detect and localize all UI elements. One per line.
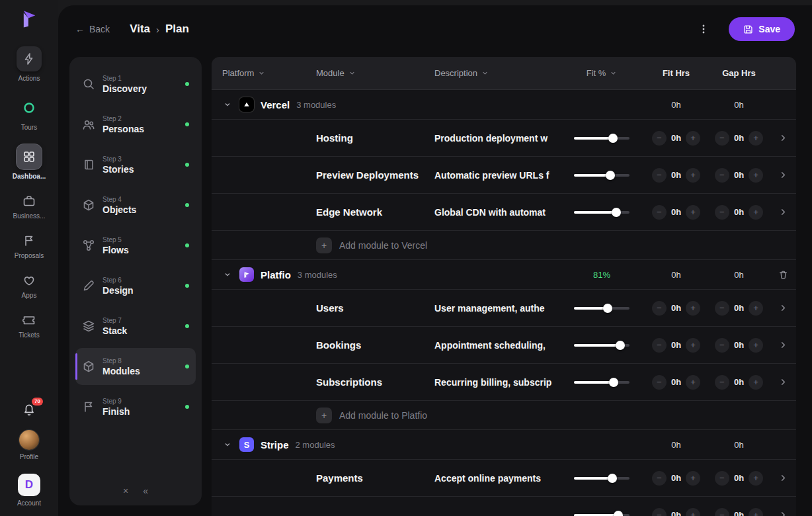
sidebar-item-tickets[interactable]: Tickets [17,312,42,339]
increment-button[interactable]: + [686,131,700,146]
decrement-button[interactable]: − [652,301,667,316]
platform-group-row-stripe[interactable]: S Stripe 2 modules 0h 0h [212,430,796,460]
step-item-personas[interactable]: Step 2Personas [75,106,196,143]
platform-group-row-platfio[interactable]: Platfio 3 modules 81% 0h 0h [212,260,796,290]
increment-button[interactable]: + [686,168,700,183]
breadcrumb-parent[interactable]: Vita [130,22,150,36]
step-item-flows[interactable]: Step 5Flows [75,227,196,264]
chevron-right-icon[interactable] [770,303,796,313]
decrement-button[interactable]: − [652,471,667,486]
increment-button[interactable]: + [686,205,700,220]
decrement-button[interactable]: − [715,168,729,183]
increment-button[interactable]: + [686,301,700,316]
save-button[interactable]: Save [729,17,795,41]
sidebar-item-tours[interactable]: Tours [17,95,42,131]
step-item-objects[interactable]: Step 4Objects [75,187,196,224]
module-row-subscriptions[interactable]: Subscriptions Recurring billing, subscri… [212,364,796,401]
module-row-payments[interactable]: Payments Accept online payments −0h+ −0h… [212,460,796,497]
collapse-panel-button[interactable]: « [143,486,148,496]
increment-button[interactable]: + [686,471,700,486]
decrement-button[interactable]: − [715,375,729,390]
collapse-group-icon[interactable] [222,269,233,280]
decrement-button[interactable]: − [652,508,667,516]
sidebar-item-apps[interactable]: Apps [17,273,42,299]
delete-platform-button[interactable] [770,270,796,280]
step-item-stack[interactable]: Step 7Stack [75,308,196,345]
more-options-button[interactable] [696,21,711,37]
column-fit-pct[interactable]: Fit % [559,68,645,78]
app-logo-icon[interactable] [20,9,38,28]
add-module-button[interactable]: + [316,237,332,253]
step-item-finish[interactable]: Step 9Finish [75,388,196,425]
sidebar-item-actions[interactable]: Actions [17,46,42,82]
back-button[interactable]: ← Back [75,24,110,34]
increment-button[interactable]: + [749,375,763,390]
fit-slider[interactable] [574,304,629,313]
chevron-right-icon[interactable] [770,377,796,387]
collapse-group-icon[interactable] [222,99,233,110]
column-module[interactable]: Module [304,68,426,78]
slider-thumb[interactable] [614,511,623,516]
decrement-button[interactable]: − [652,338,667,353]
slider-thumb[interactable] [603,304,612,313]
decrement-button[interactable]: − [652,205,667,220]
fit-slider[interactable] [574,511,629,516]
sidebar-item-proposals[interactable]: Proposals [15,233,44,259]
decrement-button[interactable]: − [652,168,667,183]
decrement-button[interactable]: − [715,205,729,220]
slider-thumb[interactable] [616,341,625,350]
slider-thumb[interactable] [609,378,618,387]
module-row-bookings[interactable]: Bookings Appointment scheduling, −0h+ −0… [212,327,796,364]
increment-button[interactable]: + [749,301,763,316]
chevron-right-icon[interactable] [770,340,796,350]
module-row-preview-deployments[interactable]: Preview Deployments Automatic preview UR… [212,157,796,194]
chevron-right-icon[interactable] [770,473,796,483]
sidebar-item-account[interactable]: D Account [17,474,41,507]
module-row-partial[interactable]: −0h+ −0h+ [212,497,796,516]
module-row-edge-network[interactable]: Edge Network Global CDN with automat −0h… [212,194,796,231]
slider-thumb[interactable] [608,474,617,483]
increment-button[interactable]: + [749,205,763,220]
fit-slider[interactable] [574,171,629,180]
column-description[interactable]: Description [426,68,559,78]
increment-button[interactable]: + [686,508,700,516]
increment-button[interactable]: + [749,508,763,516]
step-item-design[interactable]: Step 6Design [75,267,196,304]
slider-thumb[interactable] [608,134,618,143]
decrement-button[interactable]: − [652,375,667,390]
collapse-group-icon[interactable] [222,439,233,450]
increment-button[interactable]: + [749,168,763,183]
step-item-discovery[interactable]: Step 1Discovery [75,65,196,103]
sidebar-item-dashboard[interactable]: Dashboa... [13,144,46,180]
increment-button[interactable]: + [686,338,700,353]
increment-button[interactable]: + [686,375,700,390]
fit-slider[interactable] [574,378,629,387]
decrement-button[interactable]: − [715,508,729,516]
module-row-hosting[interactable]: Hosting Production deployment w −0h+ −0h… [212,120,796,157]
fit-slider[interactable] [574,341,629,350]
increment-button[interactable]: + [749,131,763,146]
increment-button[interactable]: + [749,338,763,353]
slider-thumb[interactable] [612,208,621,217]
chevron-right-icon[interactable] [770,510,796,516]
decrement-button[interactable]: − [652,131,667,146]
chevron-right-icon[interactable] [770,133,796,143]
sidebar-item-business[interactable]: Business... [13,193,46,220]
slider-thumb[interactable] [606,171,615,180]
add-module-label[interactable]: Add module to Platfio [339,410,427,421]
increment-button[interactable]: + [749,471,763,486]
module-row-users[interactable]: Users User management, authe −0h+ −0h+ [212,290,796,327]
sidebar-item-profile[interactable]: Profile [19,430,39,460]
step-item-modules[interactable]: Step 8Modules [75,348,196,385]
decrement-button[interactable]: − [715,131,729,146]
decrement-button[interactable]: − [715,301,729,316]
platform-group-row-vercel[interactable]: Vercel 3 modules 0h 0h [212,90,796,120]
chevron-right-icon[interactable] [770,170,796,180]
step-item-stories[interactable]: Step 3Stories [75,146,196,183]
fit-slider[interactable] [574,134,629,143]
decrement-button[interactable]: − [715,471,729,486]
add-module-label[interactable]: Add module to Vercel [339,240,427,251]
chevron-right-icon[interactable] [770,207,796,217]
decrement-button[interactable]: − [715,338,729,353]
add-module-button[interactable]: + [316,408,332,423]
